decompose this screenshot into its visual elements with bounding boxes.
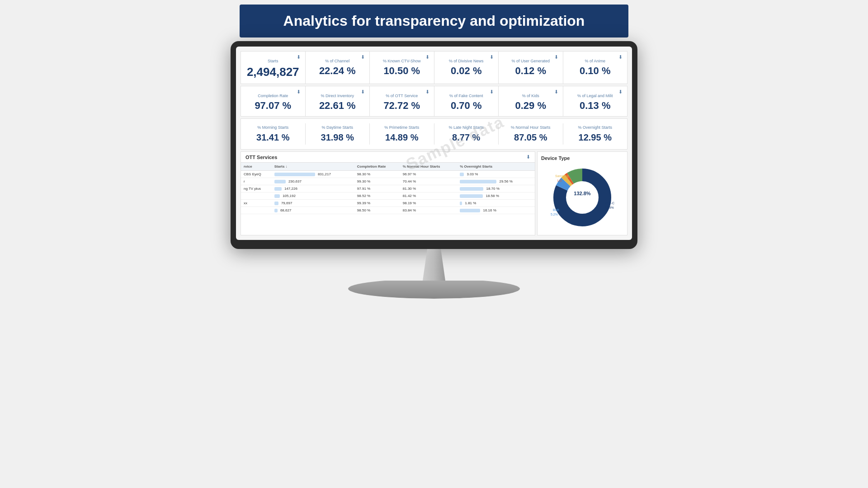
table-row: r 230,637 99.30 % 70.44 % 29.56 % [241, 178, 535, 185]
table-row: 68,627 98.50 % 83.84 % 16.16 % [241, 207, 535, 214]
stat-label-primetime: % Primetime Starts [374, 125, 429, 130]
monitor-bezel-bottom [236, 240, 632, 249]
stat-label-ctv: % Known CTV-Show [375, 59, 429, 63]
download-icon-kids[interactable]: ⬇ [554, 89, 558, 95]
table-header: rvice Starts ↓ Completion Rate % Normal … [241, 163, 535, 171]
overnight-bar [460, 173, 464, 176]
stat-value-starts: 2,494,827 [246, 65, 300, 79]
stat-direct: ⬇ % Direct Inventory 22.61 % [306, 86, 370, 116]
stat-label-starts: Starts [246, 59, 300, 63]
donut-chart-wrapper: 132.8% OTT-C 81.9% Built 5.2% Samsung LG [541, 164, 623, 231]
col-completion: Completion Rate [354, 163, 400, 171]
download-icon-anime[interactable]: ⬇ [618, 54, 623, 60]
stat-ott-service: ⬇ % of OTT Service 72.72 % [370, 86, 434, 116]
cell-starts: 79,697 [272, 200, 354, 207]
cell-service: CBS EyeQ [241, 171, 272, 178]
overnight-bar [460, 180, 496, 183]
stat-value-user-gen: 0.12 % [504, 65, 557, 77]
stat-label-anime: % of Anime [569, 59, 622, 63]
stat-divisive: ⬇ % of Divisive News 0.02 % [434, 52, 499, 84]
cell-normal: 96.97 % [400, 171, 457, 178]
cell-completion: 98.30 % [354, 171, 400, 178]
stat-normalhour: % Normal Hour Starts 87.05 % [499, 123, 563, 145]
cell-service: ng TV plus [241, 185, 272, 192]
donut-pct-built: 5.2% [551, 213, 558, 216]
cell-starts: 147,226 [272, 185, 354, 192]
stat-value-fake: 0.70 % [440, 100, 493, 112]
starts-bar [274, 187, 282, 191]
cell-service: r [241, 178, 272, 185]
stat-value-primetime: 14.89 % [374, 132, 429, 143]
stat-starts: ⬇ Starts 2,494,827 [241, 52, 306, 84]
cell-completion: 99.39 % [354, 200, 400, 207]
stat-label-direct: % Direct Inventory [311, 94, 364, 98]
stat-value-legal: 0.13 % [569, 100, 622, 112]
cell-completion: 98.52 % [354, 192, 400, 200]
overnight-bar [460, 187, 483, 191]
overnight-bar [460, 202, 462, 205]
ott-data-table: rvice Starts ↓ Completion Rate % Normal … [241, 163, 535, 214]
cell-normal: 81.42 % [400, 192, 457, 200]
stat-anime: ⬇ % of Anime 0.10 % [563, 52, 627, 84]
stat-completion: ⬇ Completion Rate 97.07 % [241, 86, 306, 116]
table-row: ng TV plus 147,226 97.91 % 81.30 % 18.70… [241, 185, 535, 192]
col-service: rvice [241, 163, 272, 171]
download-icon-direct[interactable]: ⬇ [361, 89, 365, 95]
stat-value-channel: 22.24 % [311, 65, 364, 77]
stat-value-daytime: 31.98 % [310, 132, 365, 143]
stand-neck [411, 249, 457, 281]
device-chart-container: Device Type [537, 151, 627, 235]
stat-label-kids: % of Kids [504, 94, 557, 98]
stat-label-user-gen: % of User Generated [504, 59, 557, 63]
stat-value-direct: 22.61 % [311, 100, 364, 112]
stat-latenight: % Late Night Starts 8.77 % [434, 123, 499, 145]
cell-overnight: 3.03 % [457, 171, 535, 178]
starts-bar [274, 180, 286, 183]
col-starts: Starts ↓ [272, 163, 354, 171]
stat-value-morning: 31.41 % [245, 132, 301, 143]
cell-overnight: 18.58 % [457, 192, 535, 200]
table-row: CBS EyeQ 831,217 98.30 % 96.97 % 3.03 % [241, 171, 535, 178]
stat-label-channel: % of Channel [311, 59, 364, 63]
download-icon-ott-service[interactable]: ⬇ [425, 89, 429, 95]
download-icon-legal[interactable]: ⬇ [618, 89, 623, 95]
ott-table-title: OTT Services [245, 155, 277, 160]
stat-label-daytime: % Daytime Starts [310, 125, 365, 130]
download-icon-divisive[interactable]: ⬇ [490, 54, 494, 60]
monitor-stand [348, 249, 520, 299]
stat-channel: ⬇ % of Channel 22.24 % [306, 52, 370, 84]
download-icon-fake[interactable]: ⬇ [490, 89, 494, 95]
starts-bar [274, 194, 280, 198]
stat-user-gen: ⬇ % of User Generated 0.12 % [499, 52, 563, 84]
stat-value-completion: 97.07 % [246, 100, 300, 112]
cell-overnight: 29.56 % [457, 178, 535, 185]
col-normal: % Normal Hour Starts [400, 163, 457, 171]
stat-value-ctv: 10.50 % [375, 65, 429, 77]
stat-label-latenight: % Late Night Starts [439, 125, 494, 130]
col-overnight: % Overnight Starts [457, 163, 535, 171]
cell-starts: 230,637 [272, 178, 354, 185]
stat-label-completion: Completion Rate [246, 94, 300, 98]
cell-starts: 105,192 [272, 192, 354, 200]
stat-value-normalhour: 87.05 % [503, 132, 558, 143]
download-icon-starts[interactable]: ⬇ [297, 54, 301, 60]
cell-completion: 98.50 % [354, 207, 400, 214]
stat-label-normalhour: % Normal Hour Starts [503, 125, 558, 130]
cell-service: xx [241, 200, 272, 207]
time-stats-row: % Morning Starts 31.41 % % Daytime Start… [241, 118, 627, 150]
stat-value-ott-service: 72.72 % [375, 100, 429, 112]
page-title: Analytics for transparency and optimizat… [240, 5, 628, 38]
stat-value-latenight: 8.77 % [439, 132, 494, 143]
cell-overnight: 16.16 % [457, 207, 535, 214]
download-icon-completion[interactable]: ⬇ [297, 89, 301, 95]
device-chart-title: Device Type [541, 155, 623, 161]
stat-label-morning: % Morning Starts [245, 125, 301, 130]
starts-bar [274, 173, 315, 176]
cell-normal: 98.19 % [400, 200, 457, 207]
table-download-icon[interactable]: ⬇ [526, 154, 530, 160]
download-icon-ctv[interactable]: ⬇ [425, 54, 429, 60]
stat-label-legal: % of Legal and Milit [569, 94, 622, 98]
download-icon-user-gen[interactable]: ⬇ [554, 54, 558, 60]
download-icon-channel[interactable]: ⬇ [361, 54, 365, 60]
stat-kids: ⬇ % of Kids 0.29 % [499, 86, 563, 116]
